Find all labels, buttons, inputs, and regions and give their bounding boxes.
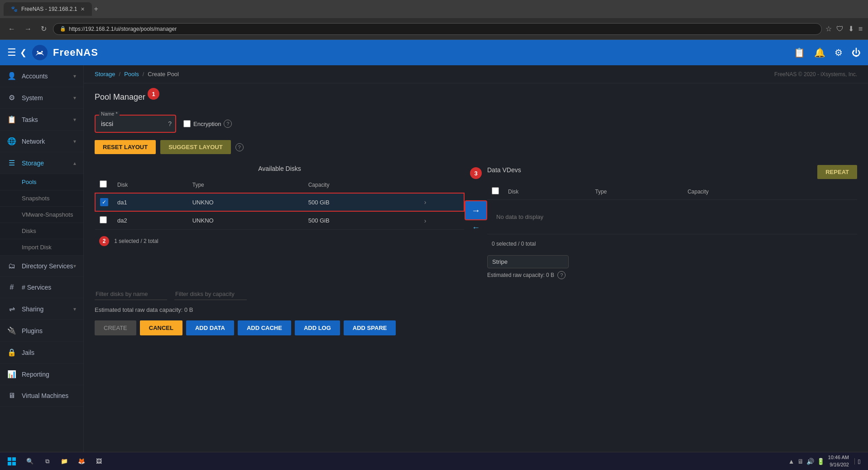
- create-button[interactable]: CREATE: [95, 320, 136, 335]
- sidebar-sub-item-disks[interactable]: Disks: [0, 223, 83, 239]
- sidebar-label-vm: Virtual Machines: [22, 392, 68, 399]
- capacity-info-icon[interactable]: ?: [557, 271, 566, 279]
- disk-type-da2: UNKNO: [188, 211, 304, 230]
- table-row: No data to display: [487, 200, 857, 234]
- sidebar-item-services[interactable]: # # Services: [0, 277, 83, 298]
- sidebar-label-services: # Services: [22, 284, 51, 291]
- encryption-info-icon[interactable]: ?: [224, 120, 232, 128]
- hamburger-menu-button[interactable]: ☰: [7, 47, 16, 58]
- taskbar-task-view-button[interactable]: ⧉: [39, 453, 55, 470]
- no-data-label: No data to display: [492, 204, 853, 229]
- menu-icon[interactable]: ≡: [858, 25, 863, 33]
- new-tab-button[interactable]: +: [94, 5, 98, 13]
- tray-network-icon: 🖥: [797, 458, 804, 465]
- help-icon[interactable]: ?: [168, 120, 172, 127]
- encryption-row: Encryption ?: [183, 120, 232, 128]
- system-icon: ⚙: [7, 93, 16, 102]
- row-checkbox-da1[interactable]: ✓: [100, 198, 108, 206]
- sharing-icon: ⇌: [7, 305, 16, 313]
- start-button[interactable]: [4, 453, 20, 470]
- bookmark-icon[interactable]: ☆: [825, 24, 832, 33]
- encryption-checkbox[interactable]: [183, 120, 191, 127]
- suggest-layout-button[interactable]: SUGGEST LAYOUT: [160, 140, 230, 154]
- disk-expand-da1[interactable]: ›: [424, 199, 427, 206]
- windows-icon: [7, 457, 16, 466]
- system-clock[interactable]: 10:46 AM 9/16/202: [828, 454, 849, 468]
- sidebar-sub-item-vmware-snapshots[interactable]: VMware-Snapshots: [0, 207, 83, 223]
- disk-name-da2: da2: [113, 211, 188, 230]
- taskbar-search-button[interactable]: 🔍: [22, 453, 38, 470]
- collapse-sidebar-button[interactable]: ❮: [20, 48, 27, 58]
- repeat-button[interactable]: REPEAT: [817, 165, 857, 179]
- lock-icon: 🔒: [60, 26, 66, 32]
- filter-by-name-input[interactable]: [95, 288, 167, 300]
- sidebar-item-plugins[interactable]: 🔌 Plugins: [0, 320, 83, 342]
- add-spare-button[interactable]: ADD SPARE: [344, 320, 396, 335]
- taskbar-browser-button[interactable]: 🦊: [73, 453, 90, 470]
- row-checkbox-da2[interactable]: [100, 216, 107, 223]
- notifications-button[interactable]: 🔔: [814, 47, 825, 58]
- clipboard-button[interactable]: 📋: [794, 47, 805, 58]
- show-desktop-button[interactable]: ▯: [854, 458, 861, 465]
- forward-button[interactable]: →: [22, 23, 34, 35]
- sidebar-item-jails[interactable]: 🔒 Jails: [0, 342, 83, 363]
- sidebar-item-sharing[interactable]: ⇌ Sharing ▾: [0, 298, 83, 320]
- sidebar-sub-item-import-disk[interactable]: Import Disk: [0, 239, 83, 256]
- reset-layout-button[interactable]: RESET LAYOUT: [95, 140, 156, 154]
- sidebar-item-system[interactable]: ⚙ System ▾: [0, 87, 83, 109]
- sidebar-item-accounts[interactable]: 👤 Accounts ▾: [0, 65, 83, 87]
- disk-expand-da2[interactable]: ›: [424, 217, 427, 224]
- shield-icon: 🛡: [836, 25, 844, 33]
- refresh-button[interactable]: ↻: [38, 23, 49, 35]
- step-2-badge: 2: [99, 236, 109, 246]
- type-col-header: Type: [188, 177, 304, 193]
- settings-button[interactable]: ⚙: [834, 47, 843, 58]
- add-cache-button[interactable]: ADD CACHE: [238, 320, 291, 335]
- sidebar-item-directory-services[interactable]: 🗂 Directory Services ▾: [0, 256, 83, 277]
- sidebar-item-network[interactable]: 🌐 Network ▾: [0, 131, 83, 152]
- taskbar-file-explorer-button[interactable]: 📁: [56, 453, 72, 470]
- available-disks-title: Available Disks: [95, 165, 465, 172]
- svg-rect-3: [8, 457, 11, 461]
- transfer-left-button[interactable]: ←: [472, 223, 480, 233]
- sidebar-item-virtual-machines[interactable]: 🖥 Virtual Machines: [0, 385, 83, 407]
- tab-close-button[interactable]: ✕: [81, 6, 85, 12]
- address-text: https://192.168.2.1/ui/storage/pools/man…: [69, 26, 177, 32]
- sidebar-sub-item-snapshots[interactable]: Snapshots: [0, 190, 83, 207]
- taskbar-app-button[interactable]: 🖼: [91, 453, 107, 470]
- select-all-checkbox[interactable]: [100, 180, 107, 188]
- add-log-button[interactable]: ADD LOG: [295, 320, 340, 335]
- filter-by-capacity-input[interactable]: [174, 288, 247, 300]
- sidebar-label-sharing: Sharing: [22, 305, 43, 313]
- taskbar-icons: 🔍 ⧉ 📁 🦊 🖼: [22, 453, 107, 470]
- breadcrumb-storage[interactable]: Storage: [95, 71, 115, 78]
- breadcrumb-pools[interactable]: Pools: [124, 71, 139, 78]
- power-button[interactable]: ⏻: [852, 48, 861, 58]
- add-data-button[interactable]: ADD DATA: [186, 320, 234, 335]
- sidebar-sub-item-pools[interactable]: Pools: [0, 174, 83, 190]
- back-button[interactable]: ←: [5, 23, 18, 35]
- stripe-select[interactable]: Stripe Mirror RAIDZ1 RAIDZ2: [487, 255, 569, 268]
- vdev-selection-info: 0 selected / 0 total: [487, 238, 857, 250]
- vdev-select-all-checkbox[interactable]: [492, 187, 499, 194]
- sidebar-item-reporting[interactable]: 📊 Reporting: [0, 363, 83, 385]
- filter-row: [95, 288, 857, 300]
- tray-up-icon[interactable]: ▲: [788, 458, 795, 465]
- tray-sound-icon[interactable]: 🔊: [806, 458, 814, 465]
- vdev-capacity-col-header: Capacity: [683, 184, 817, 200]
- browser-tab[interactable]: 🐾 FreeNAS - 192.168.2.1 ✕: [4, 2, 92, 16]
- sub-label-vmware-snapshots: VMware-Snapshots: [22, 211, 73, 218]
- sidebar-item-storage[interactable]: ☰ Storage ▴: [0, 152, 83, 174]
- address-bar[interactable]: 🔒 https://192.168.2.1/ui/storage/pools/m…: [53, 23, 822, 35]
- download-icon[interactable]: ⬇: [848, 24, 854, 33]
- freenas-logo: [31, 44, 48, 61]
- name-input[interactable]: [95, 115, 176, 133]
- layout-buttons-row: RESET LAYOUT SUGGEST LAYOUT ?: [95, 140, 857, 154]
- sub-label-disks: Disks: [22, 228, 36, 234]
- disk-col-header: Disk: [113, 177, 188, 193]
- sidebar-item-tasks[interactable]: 📋 Tasks ▾: [0, 109, 83, 131]
- suggest-info-icon[interactable]: ?: [235, 143, 244, 151]
- cancel-button[interactable]: CANCEL: [140, 320, 182, 335]
- app-logo-text: FreeNAS: [53, 47, 98, 58]
- transfer-right-button[interactable]: →: [465, 200, 487, 220]
